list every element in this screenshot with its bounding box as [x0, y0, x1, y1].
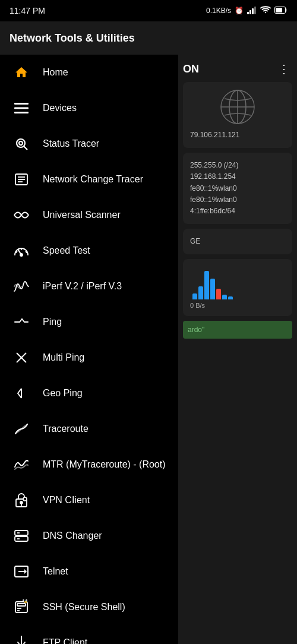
- iperf-icon: [12, 277, 31, 296]
- sidebar-item-mtr[interactable]: MTR (MyTraceroute) - (Root): [0, 447, 178, 482]
- wifi-icon: [260, 6, 271, 16]
- ip-address: 79.106.211.121: [190, 130, 285, 141]
- status-tracer-icon: [12, 134, 31, 153]
- svg-rect-2: [252, 8, 254, 14]
- navigation-drawer: Home Devices Status Tracer: [0, 55, 178, 644]
- sidebar-label-ping: Ping: [43, 317, 62, 327]
- speed-display: 0 B/s: [190, 302, 285, 309]
- svg-text:↑: ↑: [24, 498, 26, 501]
- sidebar-label-ftp-client: FTP Client: [43, 637, 87, 644]
- ip-info-card: 79.106.211.121: [183, 82, 292, 148]
- sidebar-item-universal-scanner[interactable]: Universal Scanner: [0, 197, 178, 233]
- sidebar-item-traceroute[interactable]: Traceroute: [0, 411, 178, 447]
- alarm-icon: ⏰: [235, 7, 244, 15]
- app-title: Network Tools & Utilities: [10, 32, 287, 45]
- sidebar-label-iperf: iPerf V.2 / iPerf V.3: [43, 281, 122, 292]
- svg-point-16: [20, 254, 23, 256]
- ping-icon: [12, 312, 31, 332]
- subnet-mask: 255.255.0 (/24): [190, 160, 285, 171]
- more-options-button[interactable]: ⋮: [276, 59, 292, 78]
- ssh-icon: 🔒: [12, 598, 31, 617]
- svg-line-19: [26, 252, 27, 253]
- network-type: GE: [190, 236, 285, 247]
- sidebar-label-dns-changer: DNS Changer: [43, 531, 102, 541]
- svg-point-11: [19, 141, 23, 145]
- geo-ping-icon: [12, 384, 31, 403]
- dns-changer-icon: [12, 526, 31, 545]
- sidebar-label-ssh: SSH (Secure Shell): [43, 602, 125, 613]
- status-bar: 11:47 PM 0.1KB/s ⏰: [0, 0, 297, 21]
- sidebar-label-devices: Devices: [43, 103, 77, 113]
- sidebar-item-ssh[interactable]: 🔒 SSH (Secure Shell): [0, 589, 178, 625]
- sidebar-item-ping[interactable]: Ping: [0, 304, 178, 340]
- sidebar-label-universal-scanner: Universal Scanner: [43, 210, 121, 220]
- telnet-icon: [12, 562, 31, 581]
- sidebar-item-ftp-client[interactable]: FTP Client: [0, 625, 178, 644]
- devices-icon: [12, 99, 31, 118]
- home-icon: [12, 63, 31, 82]
- chart-bar-2: [198, 286, 203, 299]
- sidebar-label-traceroute: Traceroute: [43, 424, 89, 434]
- chart-bar-7: [228, 296, 233, 299]
- sidebar-label-telnet: Telnet: [43, 566, 68, 577]
- chart-bar-1: [192, 293, 197, 299]
- svg-rect-5: [276, 8, 282, 12]
- sidebar-label-vpn-client: VPN CIient: [43, 495, 90, 506]
- gateway: 192.168.1.254: [190, 171, 285, 182]
- svg-rect-0: [247, 12, 249, 14]
- sidebar-label-status-tracer: Status Tracer: [43, 138, 99, 149]
- ftp-client-icon: [12, 633, 31, 644]
- app-header: Network Tools & Utilities: [0, 21, 297, 55]
- svg-line-17: [16, 252, 17, 253]
- ipv6-1: fe80::1%wlan0: [190, 183, 285, 194]
- mtr-icon: [12, 455, 31, 474]
- sidebar-item-vpn-client[interactable]: ↑ VPN CIient: [0, 482, 178, 518]
- sidebar-item-home[interactable]: Home: [0, 55, 178, 90]
- speed-chart: [190, 266, 285, 302]
- sidebar-label-geo-ping: Geo Ping: [43, 388, 83, 399]
- network-type-card: GE: [183, 229, 292, 254]
- sidebar-item-network-change-tracer[interactable]: Network Change Tracer: [0, 162, 178, 197]
- svg-rect-40: [17, 604, 26, 606]
- sidebar-item-dns-changer[interactable]: DNS Changer: [0, 518, 178, 554]
- svg-rect-7: [14, 108, 29, 109]
- sidebar-label-multi-ping: Multi Ping: [43, 352, 84, 363]
- multi-ping-icon: [12, 348, 31, 367]
- svg-rect-1: [249, 10, 251, 14]
- main-layout: Home Devices Status Tracer: [0, 55, 297, 644]
- ipv6-3: 4:1ffe:b6dc/64: [190, 206, 285, 217]
- chart-bar-4: [210, 279, 215, 299]
- chart-bar-3: [204, 271, 209, 299]
- svg-text:🔒: 🔒: [24, 599, 28, 604]
- sidebar-label-network-change-tracer: Network Change Tracer: [43, 174, 143, 185]
- ipv6-2: fe80::1%wlan0: [190, 194, 285, 206]
- sidebar-item-devices[interactable]: Devices: [0, 90, 178, 126]
- speed-chart-card: 0 B/s: [183, 259, 292, 316]
- universal-scanner-icon: [12, 206, 31, 225]
- ssid-card: ardo": [183, 321, 292, 339]
- sidebar-item-geo-ping[interactable]: Geo Ping: [0, 375, 178, 411]
- sidebar-item-speed-test[interactable]: Speed Test: [0, 233, 178, 269]
- sidebar-item-multi-ping[interactable]: Multi Ping: [0, 340, 178, 375]
- svg-point-9: [17, 139, 25, 147]
- on-label: ON: [183, 63, 199, 75]
- network-details-card: 255.255.0 (/24) 192.168.1.254 fe80::1%wl…: [183, 153, 292, 224]
- status-right: 0.1KB/s ⏰: [206, 6, 287, 16]
- svg-rect-33: [15, 536, 28, 541]
- svg-marker-38: [24, 569, 27, 574]
- network-change-tracer-icon: [12, 170, 31, 189]
- svg-line-10: [24, 147, 28, 150]
- sidebar-label-home: Home: [43, 67, 68, 78]
- sidebar-item-status-tracer[interactable]: Status Tracer: [0, 126, 178, 162]
- sidebar-label-speed-test: Speed Test: [43, 245, 90, 256]
- network-speed: 0.1KB/s: [206, 7, 231, 15]
- status-time: 11:47 PM: [10, 6, 45, 15]
- battery-icon: [274, 7, 287, 15]
- sidebar-item-iperf[interactable]: iPerf V.2 / iPerf V.3: [0, 269, 178, 304]
- chart-bar-6: [222, 295, 227, 299]
- svg-rect-3: [254, 7, 256, 14]
- speed-test-icon: [12, 241, 31, 260]
- svg-rect-32: [15, 531, 28, 535]
- sidebar-item-telnet[interactable]: Telnet: [0, 554, 178, 589]
- ssid-text: ardo": [188, 326, 287, 334]
